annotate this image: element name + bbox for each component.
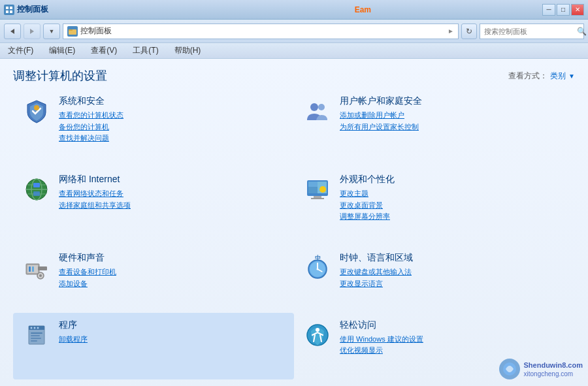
svg-rect-44 — [31, 332, 42, 334]
title-bar-left: 控制面板 — [4, 4, 184, 15]
main-content: 调整计算机的设置 查看方式： 类别 ▼ 系统和安全查看您的计算机状态备份您的计算… — [0, 59, 588, 386]
folder-icon — [67, 26, 78, 37]
cp-grid: 系统和安全查看您的计算机状态备份您的计算机查找并解决问题 用户帐户和家庭安全添加… — [0, 89, 588, 386]
address-box[interactable]: 控制面板 ► — [63, 24, 459, 39]
cp-link-system-security-0[interactable]: 查看您的计算机状态 — [59, 110, 286, 121]
cp-link-clock-0[interactable]: 更改键盘或其他输入法 — [340, 266, 567, 278]
content-header: 调整计算机的设置 查看方式： 类别 ▼ — [0, 59, 588, 89]
view-mode-label: 查看方式： — [508, 71, 547, 82]
cp-item-programs[interactable]: 程序卸载程序 — [13, 313, 294, 379]
svg-point-8 — [34, 105, 39, 110]
cp-item-clock[interactable]: 中 时钟、语言和区域更改键盘或其他输入法更改显示语言 — [294, 246, 575, 312]
maximize-button[interactable]: □ — [557, 4, 570, 16]
cp-link-network-1[interactable]: 选择家庭组和共享选项 — [59, 200, 286, 212]
cp-link-programs-0[interactable]: 卸载程序 — [59, 334, 286, 346]
cp-item-appearance[interactable]: 外观和个性化更改主题更改桌面背景调整屏幕分辨率 — [294, 167, 575, 246]
cp-item-system-security[interactable]: 系统和安全查看您的计算机状态备份您的计算机查找并解决问题 — [13, 89, 294, 167]
clock-icon: 中 — [302, 252, 333, 283]
hardware-icon — [21, 252, 52, 283]
menu-tools[interactable]: 工具(T) — [130, 44, 161, 57]
view-mode-arrow-icon[interactable]: ▼ — [568, 72, 575, 80]
window-title: 控制面板 — [17, 4, 48, 15]
cp-link-user-accounts-1[interactable]: 为所有用户设置家长控制 — [340, 121, 567, 133]
cp-title-clock: 时钟、语言和区域 — [340, 252, 567, 264]
title-bar: 控制面板 Eam ─ □ ✕ — [0, 0, 588, 20]
menu-bar: 文件(F) 编辑(E) 查看(V) 工具(T) 帮助(H) — [0, 43, 588, 59]
watermark-icon — [498, 357, 521, 381]
view-mode: 查看方式： 类别 ▼ — [508, 71, 575, 82]
svg-point-37 — [317, 268, 319, 270]
app-icon — [4, 5, 14, 15]
cp-link-system-security-1[interactable]: 备份您的计算机 — [59, 121, 286, 133]
svg-rect-32 — [32, 266, 34, 272]
view-mode-value[interactable]: 类别 — [550, 71, 566, 82]
address-path: 控制面板 — [80, 25, 445, 37]
svg-rect-23 — [314, 196, 321, 198]
menu-help[interactable]: 帮助(H) — [172, 44, 204, 57]
svg-point-43 — [37, 327, 39, 329]
svg-rect-16 — [33, 183, 40, 187]
svg-point-25 — [319, 186, 326, 193]
users-icon — [302, 95, 333, 127]
cp-link-user-accounts-0[interactable]: 添加或删除用户帐户 — [340, 110, 567, 121]
watermark-text1: Shenduwin8.com — [524, 361, 583, 370]
shield-icon — [21, 95, 52, 127]
cp-link-appearance-2[interactable]: 调整屏幕分辨率 — [340, 211, 567, 223]
cp-title-user-accounts: 用户帐户和家庭安全 — [340, 95, 567, 107]
cp-link-hardware-0[interactable]: 查看设备和打印机 — [59, 266, 286, 278]
appearance-icon — [302, 174, 333, 205]
svg-text:中: 中 — [315, 255, 321, 261]
svg-rect-46 — [31, 338, 41, 339]
cp-title-accessibility: 轻松访问 — [340, 319, 567, 331]
svg-rect-24 — [311, 198, 324, 199]
cp-link-clock-1[interactable]: 更改显示语言 — [340, 278, 567, 290]
cp-title-appearance: 外观和个性化 — [340, 174, 567, 185]
cp-link-accessibility-1[interactable]: 优化视频显示 — [340, 345, 567, 357]
menu-file[interactable]: 文件(F) — [5, 44, 36, 57]
cp-link-system-security-2[interactable]: 查找并解决问题 — [59, 133, 286, 144]
svg-point-9 — [310, 103, 318, 111]
svg-rect-1 — [10, 7, 12, 9]
accessibility-icon — [302, 319, 333, 351]
svg-rect-47 — [31, 340, 37, 342]
cp-link-network-0[interactable]: 查看网络状态和任务 — [59, 188, 286, 200]
cp-item-user-accounts[interactable]: 用户帐户和家庭安全添加或删除用户帐户为所有用户设置家长控制 — [294, 89, 575, 167]
search-box[interactable]: 🔍 — [480, 24, 584, 39]
minimize-button[interactable]: ─ — [542, 4, 555, 16]
address-arrow: ► — [448, 27, 454, 35]
svg-rect-28 — [38, 266, 47, 270]
title-bar-buttons: ─ □ ✕ — [542, 4, 584, 16]
address-bar: ▼ 控制面板 ► ↻ 🔍 — [0, 20, 588, 43]
cp-link-appearance-1[interactable]: 更改桌面背景 — [340, 200, 567, 212]
svg-rect-17 — [33, 191, 40, 196]
svg-rect-3 — [10, 10, 12, 13]
svg-rect-0 — [6, 7, 8, 9]
recent-button[interactable]: ▼ — [43, 24, 60, 39]
svg-marker-4 — [10, 29, 14, 34]
back-button[interactable] — [4, 24, 21, 39]
cp-title-network: 网络和 Internet — [59, 174, 286, 185]
cp-title-hardware: 硬件和声音 — [59, 252, 286, 264]
svg-point-41 — [31, 327, 33, 329]
menu-edit[interactable]: 编辑(E) — [46, 44, 78, 57]
close-button[interactable]: ✕ — [571, 4, 584, 16]
cp-item-network[interactable]: 网络和 Internet查看网络状态和任务选择家庭组和共享选项 — [13, 167, 294, 246]
svg-point-42 — [34, 327, 36, 329]
menu-view[interactable]: 查看(V) — [88, 44, 120, 57]
search-icon[interactable]: 🔍 — [577, 27, 587, 36]
watermark: Shenduwin8.com xitongcheng.com — [498, 357, 583, 381]
svg-point-10 — [318, 104, 325, 110]
cp-item-hardware[interactable]: 硬件和声音查看设备和打印机添加设备 — [13, 246, 294, 312]
svg-point-30 — [39, 274, 42, 277]
network-icon — [21, 174, 52, 205]
cp-link-accessibility-0[interactable]: 使用 Windows 建议的设置 — [340, 334, 567, 346]
cp-link-appearance-0[interactable]: 更改主题 — [340, 188, 567, 200]
watermark-text2: xitongcheng.com — [524, 370, 583, 378]
search-input[interactable] — [484, 27, 574, 35]
cp-title-programs: 程序 — [59, 319, 286, 331]
svg-rect-45 — [31, 335, 40, 336]
svg-rect-21 — [308, 187, 318, 193]
refresh-button[interactable]: ↻ — [461, 24, 477, 39]
forward-button[interactable] — [24, 24, 41, 39]
cp-link-hardware-1[interactable]: 添加设备 — [59, 278, 286, 290]
